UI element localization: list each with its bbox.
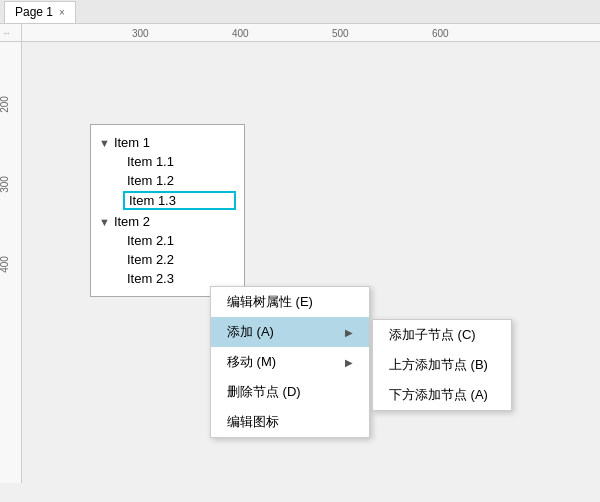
ruler-v-tick-400: 400	[0, 256, 10, 273]
ruler-h-tick-400: 400	[232, 28, 249, 39]
tree-label-2-1: Item 2.1	[127, 233, 174, 248]
tree-item-2-2[interactable]: Item 2.2	[95, 250, 240, 269]
ruler-vertical: 200 300 400	[0, 24, 22, 483]
tab-page1[interactable]: Page 1 ×	[4, 1, 76, 23]
submenu-add-child[interactable]: 添加子节点 (C)	[373, 320, 511, 350]
tree-label-2-3: Item 2.3	[127, 271, 174, 286]
submenu-add-below[interactable]: 下方添加节点 (A)	[373, 380, 511, 410]
tree-label-2-2: Item 2.2	[127, 252, 174, 267]
tree-label-1-3: Item 1.3	[129, 193, 176, 208]
ruler-horizontal: 300 400 500 600	[22, 24, 600, 42]
context-menu-edit-icon-label: 编辑图标	[227, 413, 279, 431]
submenu-add-above[interactable]: 上方添加节点 (B)	[373, 350, 511, 380]
ruler-v-tick-300: 300	[0, 176, 10, 193]
tree-arrow-1: ▼	[99, 137, 110, 149]
tree-item-1-2[interactable]: Item 1.2	[95, 171, 240, 190]
context-menu-edit-tree[interactable]: 编辑树属性 (E)	[211, 287, 369, 317]
submenu-add-above-label: 上方添加节点 (B)	[389, 357, 488, 372]
tree-item-2[interactable]: ▼ Item 2	[95, 212, 240, 231]
context-menu-move[interactable]: 移动 (M) ▶	[211, 347, 369, 377]
tree-label-1: Item 1	[114, 135, 150, 150]
context-menu: 编辑树属性 (E) 添加 (A) ▶ 移动 (M) ▶ 删除节点 (D) 编辑图…	[210, 286, 370, 438]
tree-item-2-1[interactable]: Item 2.1	[95, 231, 240, 250]
context-menu-delete[interactable]: 删除节点 (D)	[211, 377, 369, 407]
ruler-h-tick-300: 300	[132, 28, 149, 39]
tree-arrow-2: ▼	[99, 216, 110, 228]
tab-label: Page 1	[15, 5, 53, 19]
submenu-add: 添加子节点 (C) 上方添加节点 (B) 下方添加节点 (A)	[372, 319, 512, 411]
ruler-h-tick-600: 600	[432, 28, 449, 39]
tree-label-1-2: Item 1.2	[127, 173, 174, 188]
tab-close-button[interactable]: ×	[59, 7, 65, 18]
tree-label-1-1: Item 1.1	[127, 154, 174, 169]
submenu-add-child-label: 添加子节点 (C)	[389, 327, 476, 342]
context-menu-add-label: 添加 (A)	[227, 323, 274, 341]
submenu-arrow-move: ▶	[345, 357, 353, 368]
tree-item-1-1[interactable]: Item 1.1	[95, 152, 240, 171]
ruler-v-tick-200: 200	[0, 96, 10, 113]
submenu-add-below-label: 下方添加节点 (A)	[389, 387, 488, 402]
tree-item-1[interactable]: ▼ Item 1	[95, 133, 240, 152]
ruler-h-tick-500: 500	[332, 28, 349, 39]
context-menu-edit-tree-label: 编辑树属性 (E)	[227, 293, 313, 311]
tree-widget: ▼ Item 1 Item 1.1 Item 1.2 Item 1.3 ▼ It…	[90, 124, 245, 297]
submenu-arrow-add: ▶	[345, 327, 353, 338]
canvas-area: ↔ 300 400 500 600 200 300 400 ▼ Item 1 I…	[0, 24, 600, 483]
context-menu-delete-label: 删除节点 (D)	[227, 383, 301, 401]
context-menu-add[interactable]: 添加 (A) ▶	[211, 317, 369, 347]
context-menu-move-label: 移动 (M)	[227, 353, 276, 371]
ruler-corner: ↔	[0, 24, 22, 42]
tree-label-2: Item 2	[114, 214, 150, 229]
tab-bar: Page 1 ×	[0, 0, 600, 24]
context-menu-edit-icon[interactable]: 编辑图标	[211, 407, 369, 437]
tree-item-1-3[interactable]: Item 1.3	[123, 191, 236, 210]
ruler-corner-icon: ↔	[0, 28, 11, 38]
